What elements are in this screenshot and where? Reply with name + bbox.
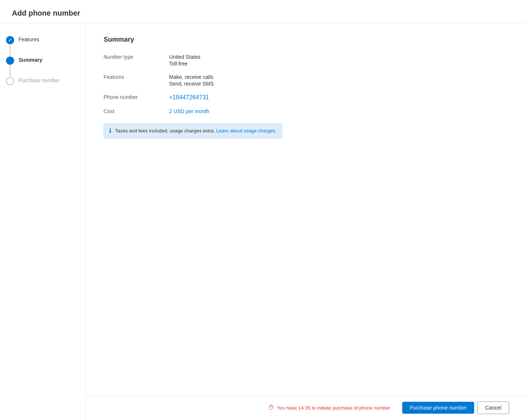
feature-calls: Make, receive calls [169,74,509,80]
step-circle-summary [6,57,14,65]
step-label-purchase: Purchase number [19,77,60,83]
timer-text: You have 14:35 to initiate purchase of p… [277,405,391,411]
step-features: Features [6,36,79,56]
timer-container: ⏱ You have 14:35 to initiate purchase of… [268,404,391,411]
cost-value: 2 USD per month [169,108,509,114]
steps-sidebar: Features Summary Purchase number [0,24,86,420]
step-circle-purchase [6,77,14,85]
step-circle-features [6,36,14,44]
cost-label: Cost [104,108,163,114]
feature-sms: Send, receive SMS [169,81,509,87]
info-banner: ℹ Taxes and fees included, usage charges… [104,123,282,138]
features-label: Features [104,74,163,87]
summary-section-title: Summary [104,36,509,44]
number-type-value: United States Toll-free [169,54,509,67]
summary-table: Number type United States Toll-free Feat… [104,54,509,114]
cancel-button[interactable]: Cancel [477,401,509,414]
page-title: Add phone number [12,9,515,17]
timer-icon: ⏱ [268,404,274,411]
features-value: Make, receive calls Send, receive SMS [169,74,509,87]
step-summary: Summary [6,56,79,77]
usage-charges-link[interactable]: Learn about usage charges. [216,128,277,134]
phone-number-label: Phone number [104,94,163,101]
number-type-plan: Toll-free [169,61,509,67]
purchase-phone-number-button[interactable]: Purchase phone number [402,402,474,414]
main-panel: Summary Number type United States Toll-f… [86,24,527,420]
step-label-features: Features [19,36,39,42]
number-type-country: United States [169,54,509,60]
step-label-summary: Summary [19,56,42,63]
footer-actions: Purchase phone number Cancel [402,401,509,414]
number-type-label: Number type [104,54,163,67]
info-banner-text: Taxes and fees included, usage charges e… [115,128,277,134]
step-purchase: Purchase number [6,77,79,85]
footer: ⏱ You have 14:35 to initiate purchase of… [86,395,527,420]
info-icon: ℹ [109,127,111,134]
phone-number-value: +18447264731 [169,94,509,101]
content-area: Summary Number type United States Toll-f… [86,24,527,395]
